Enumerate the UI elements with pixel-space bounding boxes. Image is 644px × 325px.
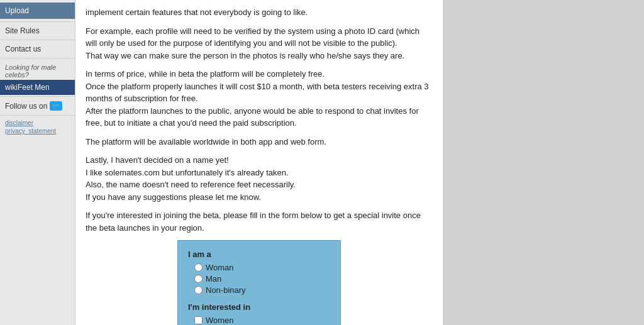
paragraph-5: Lastly, I haven't decided on a name yet!… bbox=[86, 154, 433, 203]
paragraph-6: If you're interested in joining the beta… bbox=[86, 209, 433, 234]
twitter-follow-container: Follow us on 🐦 bbox=[0, 98, 75, 114]
divider-4 bbox=[0, 96, 75, 97]
disclaimer-link[interactable]: disclaimer bbox=[5, 119, 70, 126]
interested-in-label: I'm interested in bbox=[188, 302, 330, 312]
gender-woman-radio[interactable] bbox=[194, 263, 203, 272]
gender-man-item[interactable]: Man bbox=[194, 274, 330, 284]
divider-1 bbox=[0, 21, 75, 22]
divider-2 bbox=[0, 40, 75, 40]
sidebar-item-site-rules[interactable]: Site Rules bbox=[0, 23, 75, 38]
upload-button[interactable]: Upload bbox=[0, 3, 75, 19]
follow-us-label: Follow us on bbox=[5, 102, 47, 111]
beta-form: I am a Woman Man Non-binary I'm interest… bbox=[177, 240, 341, 325]
right-panel bbox=[443, 0, 644, 325]
interest-women-label: Women bbox=[206, 316, 234, 325]
divider-3 bbox=[0, 58, 75, 58]
gender-radio-group: Woman Man Non-binary bbox=[188, 263, 330, 295]
small-links-container: disclaimer privacy_statement bbox=[0, 117, 75, 137]
gender-nonbinary-label: Non-binary bbox=[206, 285, 246, 295]
gender-section: I am a Woman Man Non-binary bbox=[188, 250, 330, 295]
privacy-link[interactable]: privacy_statement bbox=[5, 128, 70, 135]
i-am-a-label: I am a bbox=[188, 250, 330, 259]
gender-man-radio[interactable] bbox=[194, 275, 203, 283]
main-text: implement certain features that not ever… bbox=[86, 6, 433, 234]
looking-label: Looking for male celebs? bbox=[0, 60, 75, 80]
twitter-icon[interactable]: 🐦 bbox=[50, 101, 62, 111]
interest-women-checkbox[interactable] bbox=[194, 316, 203, 324]
interest-women-item[interactable]: Women bbox=[194, 316, 330, 325]
paragraph-4: The platform will be available worldwide… bbox=[86, 136, 433, 148]
interest-section: I'm interested in Women Men Non-binary bbox=[188, 302, 330, 325]
interest-checkbox-group: Women Men Non-binary bbox=[188, 316, 330, 325]
gender-nonbinary-radio[interactable] bbox=[194, 286, 203, 294]
gender-man-label: Man bbox=[206, 274, 221, 284]
sidebar: Upload Site Rules Contact us Looking for… bbox=[0, 0, 75, 325]
divider-5 bbox=[0, 115, 75, 116]
gender-nonbinary-item[interactable]: Non-binary bbox=[194, 285, 330, 295]
gender-woman-label: Woman bbox=[206, 263, 234, 272]
paragraph-3: In terms of price, while in beta the pla… bbox=[86, 68, 433, 129]
main-content: implement certain features that not ever… bbox=[75, 0, 443, 325]
sidebar-item-wikifeet-men[interactable]: wikiFeet Men bbox=[0, 80, 75, 95]
paragraph-1: implement certain features that not ever… bbox=[86, 6, 433, 19]
paragraph-2: For example, each profile will need to b… bbox=[86, 25, 433, 62]
sidebar-item-contact[interactable]: Contact us bbox=[0, 41, 75, 57]
gender-woman-item[interactable]: Woman bbox=[194, 263, 330, 272]
